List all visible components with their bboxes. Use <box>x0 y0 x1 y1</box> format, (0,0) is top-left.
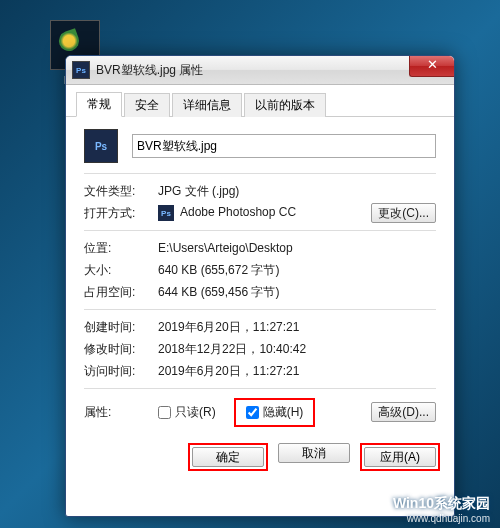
row-filetype: 文件类型: JPG 文件 (.jpg) <box>84 180 436 202</box>
titlebar[interactable]: Ps BVR塑软线.jpg 属性 ✕ <box>66 56 454 85</box>
properties-window: Ps BVR塑软线.jpg 属性 ✕ 常规 安全 详细信息 以前的版本 Ps 文… <box>65 55 455 517</box>
row-disksize: 占用空间: 644 KB (659,456 字节) <box>84 281 436 303</box>
openwith-label: 打开方式: <box>84 205 158 222</box>
filetype-value: JPG 文件 (.jpg) <box>158 183 436 200</box>
modified-value: 2018年12月22日，10:40:42 <box>158 341 436 358</box>
hidden-checkbox[interactable] <box>246 406 259 419</box>
readonly-text: 只读(R) <box>175 404 216 421</box>
cancel-button[interactable]: 取消 <box>278 443 350 463</box>
photoshop-icon: Ps <box>158 205 174 221</box>
created-label: 创建时间: <box>84 319 158 336</box>
ok-button[interactable]: 确定 <box>192 447 264 467</box>
dialog-footer: 确定 取消 应用(A) <box>66 437 454 481</box>
disksize-value: 644 KB (659,456 字节) <box>158 284 436 301</box>
close-button[interactable]: ✕ <box>409 56 454 77</box>
tab-previous-versions[interactable]: 以前的版本 <box>244 93 326 117</box>
accessed-value: 2019年6月20日，11:27:21 <box>158 363 436 380</box>
tab-general[interactable]: 常规 <box>76 92 122 117</box>
row-attributes: 属性: 只读(R) 隐藏(H) 高级(D)... <box>84 395 436 429</box>
filename-input[interactable] <box>132 134 436 158</box>
readonly-checkbox[interactable] <box>158 406 171 419</box>
size-value: 640 KB (655,672 字节) <box>158 262 436 279</box>
openwith-value: PsAdobe Photoshop CC <box>158 205 371 221</box>
tab-security[interactable]: 安全 <box>124 93 170 117</box>
hidden-highlight: 隐藏(H) <box>234 398 316 427</box>
title-icon: Ps <box>72 61 90 79</box>
row-openwith: 打开方式: PsAdobe Photoshop CC 更改(C)... <box>84 202 436 224</box>
watermark-url: www.qdhuajin.com <box>393 513 490 524</box>
modified-label: 修改时间: <box>84 341 158 358</box>
tab-details[interactable]: 详细信息 <box>172 93 242 117</box>
attributes-label: 属性: <box>84 404 158 421</box>
row-created: 创建时间: 2019年6月20日，11:27:21 <box>84 316 436 338</box>
row-modified: 修改时间: 2018年12月22日，10:40:42 <box>84 338 436 360</box>
hidden-text: 隐藏(H) <box>263 404 304 421</box>
row-location: 位置: E:\Users\Arteigo\Desktop <box>84 237 436 259</box>
watermark: Win10系统家园 www.qdhuajin.com <box>393 495 490 524</box>
ok-highlight: 确定 <box>188 443 268 471</box>
size-label: 大小: <box>84 262 158 279</box>
change-button[interactable]: 更改(C)... <box>371 203 436 223</box>
file-header: Ps <box>84 129 436 163</box>
row-accessed: 访问时间: 2019年6月20日，11:27:21 <box>84 360 436 382</box>
disksize-label: 占用空间: <box>84 284 158 301</box>
advanced-button[interactable]: 高级(D)... <box>371 402 436 422</box>
watermark-title: Win10系统家园 <box>393 495 490 513</box>
apply-highlight: 应用(A) <box>360 443 440 471</box>
apply-button[interactable]: 应用(A) <box>364 447 436 467</box>
accessed-label: 访问时间: <box>84 363 158 380</box>
location-label: 位置: <box>84 240 158 257</box>
filetype-icon: Ps <box>84 129 118 163</box>
separator <box>84 309 436 310</box>
window-title: BVR塑软线.jpg 属性 <box>96 62 203 79</box>
created-value: 2019年6月20日，11:27:21 <box>158 319 436 336</box>
desktop: BVR .j Ps BVR塑软线.jpg 属性 ✕ 常规 安全 详细信息 以前的… <box>0 0 500 528</box>
tab-strip: 常规 安全 详细信息 以前的版本 <box>66 85 454 117</box>
separator <box>84 173 436 174</box>
separator <box>84 230 436 231</box>
filetype-label: 文件类型: <box>84 183 158 200</box>
properties-body: Ps 文件类型: JPG 文件 (.jpg) 打开方式: PsAdobe Pho… <box>66 117 454 437</box>
readonly-checkbox-wrap[interactable]: 只读(R) <box>158 404 216 421</box>
location-value: E:\Users\Arteigo\Desktop <box>158 241 436 255</box>
attributes-group: 只读(R) 隐藏(H) <box>158 398 371 427</box>
hidden-checkbox-wrap[interactable]: 隐藏(H) <box>246 404 304 421</box>
row-size: 大小: 640 KB (655,672 字节) <box>84 259 436 281</box>
separator <box>84 388 436 389</box>
